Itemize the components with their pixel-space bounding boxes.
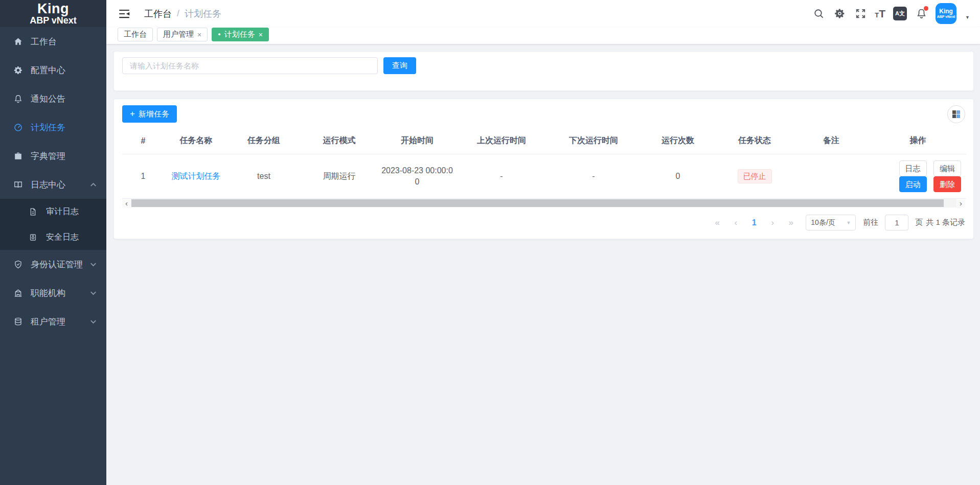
column-header-mode: 运行模式 [300, 128, 379, 154]
chevron-down-icon [88, 317, 98, 327]
sidebar-item-workbench[interactable]: 工作台 [0, 27, 106, 56]
first-page-button[interactable]: « [710, 218, 725, 228]
close-icon[interactable]: × [259, 31, 263, 38]
document-gear-icon [29, 232, 39, 242]
sidebar-item-dictionary[interactable]: 字典管理 [0, 142, 106, 170]
column-header-last-run: 上次运行时间 [455, 128, 548, 154]
prev-page-button[interactable]: ‹ [728, 218, 743, 228]
edit-button[interactable]: 编辑 [933, 160, 961, 176]
sidebar-item-tenants[interactable]: 租户管理 [0, 307, 106, 336]
top-bar: 工作台 / 计划任务 TT A文 [106, 0, 980, 27]
search-icon[interactable] [812, 7, 825, 20]
timer-icon [13, 122, 24, 132]
tab-label: 计划任务 [224, 30, 255, 39]
column-header-start-time: 开始时间 [379, 128, 455, 154]
tab-label: 用户管理 [163, 30, 194, 39]
sidebar-menu: 工作台 配置中心 通知公告 计划任务 [0, 27, 106, 199]
settings-gear-icon[interactable] [833, 7, 846, 20]
add-task-button[interactable]: + 新增任务 [122, 105, 177, 123]
search-panel: 查询 [113, 51, 974, 91]
document-icon [29, 206, 39, 217]
column-header-remark: 备注 [793, 128, 870, 154]
page-number-1[interactable]: 1 [746, 218, 762, 227]
sidebar-menu-bottom: 身份认证管理 职能机构 租户管理 [0, 250, 106, 336]
query-button[interactable]: 查询 [383, 57, 416, 74]
sidebar-item-label: 字典管理 [31, 150, 98, 162]
toolbox-icon [13, 151, 24, 161]
breadcrumb: 工作台 / 计划任务 [144, 8, 221, 20]
task-table-panel: + 新增任务 # 任务名称 任 [113, 99, 974, 239]
notification-bell-icon[interactable] [915, 7, 928, 20]
database-icon [13, 316, 24, 327]
breadcrumb-separator: / [177, 8, 179, 19]
main-area: 工作台 / 计划任务 TT A文 [106, 0, 980, 485]
tab-workbench[interactable]: 工作台 [118, 28, 153, 41]
grid-icon [952, 110, 960, 118]
sidebar-item-config-center[interactable]: 配置中心 [0, 56, 106, 84]
column-settings-button[interactable] [947, 105, 965, 123]
page-size-select[interactable]: 10条/页 ▼ [806, 215, 856, 230]
sidebar-submenu-logs: 审计日志 安全日志 [0, 199, 106, 250]
chevron-up-icon [88, 180, 98, 190]
sidebar-item-label: 安全日志 [46, 232, 98, 243]
fullscreen-icon[interactable] [854, 7, 867, 20]
scrollbar-thumb[interactable] [131, 199, 944, 207]
chevron-down-icon [88, 288, 98, 298]
scroll-right-icon[interactable]: › [956, 199, 965, 207]
table-row: 1 测试计划任务 test 周期运行 2023-08-23 00:00:00 -… [122, 154, 966, 199]
cell-run-count: 0 [640, 154, 716, 199]
task-name-link[interactable]: 测试计划任务 [172, 172, 221, 180]
sidebar-item-label: 租户管理 [31, 316, 88, 328]
horizontal-scrollbar[interactable]: ‹ › [122, 199, 965, 207]
delete-button[interactable]: 删除 [933, 176, 961, 192]
sidebar-item-label: 工作台 [31, 36, 98, 48]
close-icon[interactable]: × [197, 31, 201, 38]
font-size-icon[interactable]: TT [875, 8, 885, 19]
goto-label: 前往 [863, 218, 878, 227]
sidebar-item-label: 职能机构 [31, 287, 88, 299]
column-header-actions: 操作 [870, 128, 966, 154]
collapse-sidebar-icon[interactable] [118, 7, 131, 20]
logo-title: King [37, 2, 69, 16]
column-header-status: 任务状态 [716, 128, 793, 154]
page-unit-label: 页 [915, 218, 923, 227]
logo-subtitle: ABP vNext [30, 16, 77, 26]
goto-page-input[interactable] [885, 215, 908, 230]
topbar-actions: TT A文 King ABP vNext ▼ [812, 3, 970, 24]
avatar-subtext: ABP vNext [937, 15, 955, 19]
sidebar-item-organization[interactable]: 职能机构 [0, 279, 106, 307]
tab-user-management[interactable]: 用户管理 × [157, 28, 208, 41]
sidebar-item-audit-logs[interactable]: 审计日志 [0, 199, 106, 224]
task-name-search-input[interactable] [122, 57, 378, 74]
language-icon[interactable]: A文 [893, 7, 907, 20]
column-header-group: 任务分组 [228, 128, 300, 154]
page-size-value: 10条/页 [811, 218, 835, 227]
cell-start-time: 2023-08-23 00:00:00 [381, 165, 453, 188]
plus-icon: + [130, 109, 135, 119]
start-button[interactable]: 启动 [899, 176, 927, 192]
tab-scheduled-tasks[interactable]: ● 计划任务 × [212, 28, 269, 41]
sidebar-item-log-center[interactable]: 日志中心 [0, 170, 106, 199]
sidebar-item-label: 计划任务 [31, 122, 98, 133]
next-page-button[interactable]: › [765, 218, 780, 228]
last-page-button[interactable]: » [783, 218, 799, 228]
sidebar-item-security-logs[interactable]: 安全日志 [0, 224, 106, 250]
avatar-caret-icon[interactable]: ▼ [965, 15, 970, 24]
page-content: 查询 + 新增任务 [106, 44, 980, 485]
gear-icon [13, 65, 24, 75]
sidebar-item-scheduled-tasks[interactable]: 计划任务 [0, 113, 106, 142]
user-avatar[interactable]: King ABP vNext [936, 3, 956, 24]
scroll-left-icon[interactable]: ‹ [122, 199, 131, 207]
breadcrumb-home[interactable]: 工作台 [144, 8, 172, 20]
sidebar-item-label: 通知公告 [31, 93, 98, 105]
shield-check-icon [13, 259, 24, 269]
log-button[interactable]: 日志 [899, 160, 927, 176]
status-badge: 已停止 [738, 169, 772, 183]
sidebar-item-identity[interactable]: 身份认证管理 [0, 250, 106, 279]
sidebar-item-notices[interactable]: 通知公告 [0, 84, 106, 113]
cell-remark [793, 154, 870, 199]
app-logo: King ABP vNext [0, 0, 106, 27]
tab-label: 工作台 [124, 30, 147, 39]
cell-next-run: - [548, 154, 640, 199]
sidebar-item-label: 日志中心 [31, 179, 88, 191]
